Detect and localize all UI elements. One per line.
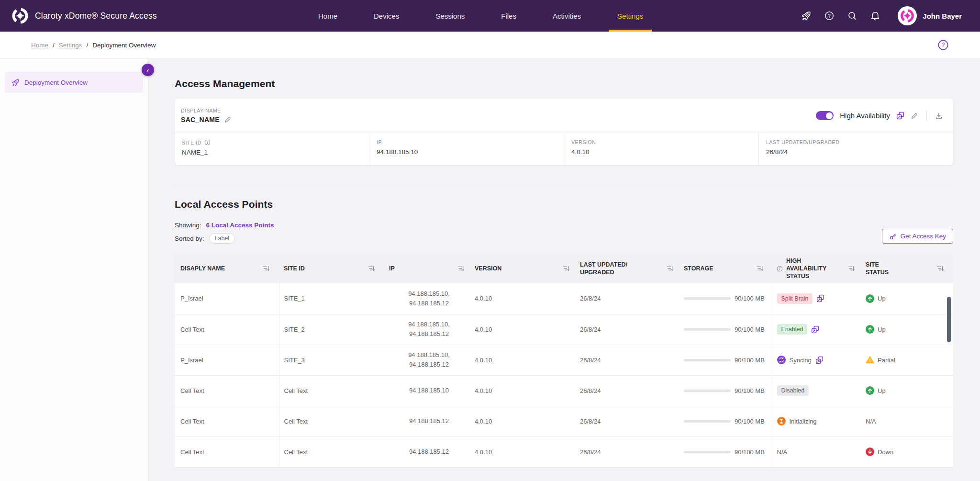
ha-pair-icon[interactable] [811, 325, 819, 334]
field-last-updated-upgraded: LAST UPDATED/UPGRADED26/8/24 [758, 133, 953, 165]
storage-bar [684, 420, 731, 423]
nav-item-devices[interactable]: Devices [374, 0, 399, 32]
cell-storage: 90/100 MB [683, 345, 773, 375]
sidebar-item-deployment-overview[interactable]: Deployment Overview [5, 72, 143, 93]
column-label: SITESTATUS [866, 261, 889, 277]
ha-status-badge: Split Brain [777, 293, 813, 304]
sort-icon[interactable] [667, 265, 673, 272]
column-header-ha-status[interactable]: HIGHAVAILABILITYSTATUS [773, 254, 864, 283]
storage-label: 90/100 MB [735, 295, 765, 302]
divider [926, 111, 927, 121]
column-label: LAST UPDATED/UPGRADED [580, 261, 627, 277]
table-scrollbar-thumb[interactable] [947, 297, 951, 342]
cell-ip: 94.188.185.10,94.188.185.12 [384, 283, 474, 314]
storage-bar [684, 390, 731, 392]
storage-label: 90/100 MB [735, 387, 765, 394]
edit-display-name-icon[interactable] [224, 116, 232, 123]
sidebar: Deployment Overview ‹ [0, 59, 148, 481]
ha-pair-icon[interactable] [815, 356, 824, 364]
table-body: P_IsraelSITE_194.188.185.10,94.188.185.1… [175, 283, 953, 467]
cell-last-updated: 26/8/24 [579, 406, 683, 436]
high-availability-toggle[interactable] [816, 111, 834, 120]
breadcrumb-home[interactable]: Home [31, 42, 48, 49]
sort-icon[interactable] [937, 265, 944, 272]
column-header-site-status[interactable]: SITESTATUS [864, 254, 953, 283]
up-status-icon [866, 386, 874, 395]
sort-chip-label[interactable]: Label [209, 233, 235, 244]
sort-icon[interactable] [757, 265, 763, 272]
avatar[interactable] [898, 6, 917, 25]
content: Deployment Overview ‹ Access Management … [0, 59, 980, 481]
rocket-icon[interactable] [801, 11, 812, 21]
cell-display-name: Cell Text [175, 314, 279, 345]
ha-pair-icon[interactable] [896, 112, 904, 120]
sidebar-collapse-button[interactable]: ‹ [142, 64, 154, 76]
page-help-icon[interactable]: ? [937, 39, 949, 51]
cell-last-updated: 26/8/24 [579, 314, 683, 345]
cell-last-updated: 26/8/24 [579, 345, 683, 375]
storage-label: 90/100 MB [735, 326, 765, 333]
column-header-version[interactable]: VERSION [474, 254, 579, 283]
column-header-ip[interactable]: IP [384, 254, 474, 283]
ha-status-badge: Enabled [777, 324, 808, 335]
edit-ha-icon[interactable] [911, 112, 918, 120]
cell-storage: 90/100 MB [683, 314, 773, 345]
storage-bar [684, 359, 731, 361]
sort-icon[interactable] [368, 265, 375, 272]
svg-text:?: ? [942, 42, 945, 48]
section-divider [175, 184, 953, 184]
field-value: 94.188.185.10 [377, 148, 564, 156]
info-icon[interactable] [777, 266, 783, 272]
sort-icon[interactable] [563, 265, 569, 272]
column-header-site-id[interactable]: SITE ID [279, 254, 384, 283]
sort-icon[interactable] [848, 265, 855, 272]
storage-bar [684, 451, 731, 453]
column-header-last-updated[interactable]: LAST UPDATED/UPGRADED [579, 254, 683, 283]
column-header-storage[interactable]: STORAGE [683, 254, 773, 283]
cell-version: 4.0.10 [474, 283, 579, 314]
table-row[interactable]: P_IsraelSITE_394.188.185.10,94.188.185.1… [175, 345, 953, 375]
cell-ip: 94.188.185.12 [384, 406, 474, 436]
key-icon [889, 233, 897, 240]
table-row[interactable]: Cell TextCell Text94.188.185.124.0.1026/… [175, 406, 953, 436]
sync-status-icon [777, 356, 786, 364]
search-icon[interactable] [847, 11, 858, 21]
nav-item-activities[interactable]: Activities [553, 0, 581, 32]
table-row[interactable]: P_IsraelSITE_194.188.185.10,94.188.185.1… [175, 283, 953, 314]
cell-site-status: Down [864, 436, 953, 467]
claroty-logo-icon [11, 7, 29, 24]
storage-label: 90/100 MB [735, 418, 765, 425]
ha-pair-icon[interactable] [816, 294, 824, 302]
info-icon[interactable] [204, 139, 211, 145]
rocket-icon [11, 78, 20, 87]
sort-icon[interactable] [263, 265, 269, 272]
get-access-key-button[interactable]: Get Access Key [882, 229, 953, 244]
nav-item-sessions[interactable]: Sessions [435, 0, 465, 32]
cell-site-status: N/A [864, 406, 953, 436]
nav-item-settings[interactable]: Settings [617, 0, 643, 32]
high-availability-label: High Availability [840, 112, 890, 120]
download-icon[interactable] [935, 112, 943, 120]
cell-version: 4.0.10 [474, 314, 579, 345]
column-header-display-name[interactable]: DISAPLY NAME [175, 254, 279, 283]
help-icon[interactable]: ? [824, 11, 835, 21]
notifications-icon[interactable] [870, 11, 880, 21]
table-row[interactable]: Cell TextCell Text94.188.185.104.0.1026/… [175, 375, 953, 406]
down-status-icon [866, 447, 874, 456]
cell-storage: 90/100 MB [683, 436, 773, 467]
nav-item-files[interactable]: Files [501, 0, 516, 32]
card-controls: High Availability [816, 111, 943, 121]
card-header: DISPLAY NAME SAC_NAME High Availability [175, 99, 953, 133]
local-access-points-title: Local Access Points [175, 199, 953, 210]
cell-site-id: SITE_2 [279, 314, 384, 345]
column-label: IP [389, 265, 395, 272]
ha-status-text: Syncing [790, 357, 812, 364]
showing-count-link[interactable]: 6 Local Access Points [206, 222, 274, 229]
table-row[interactable]: Cell TextSITE_294.188.185.10,94.188.185.… [175, 314, 953, 345]
cell-last-updated: 26/8/24 [579, 375, 683, 406]
sort-icon[interactable] [457, 265, 464, 272]
table-row[interactable]: Cell TextCell Text94.188.185.124.0.1026/… [175, 436, 953, 467]
breadcrumb-settings[interactable]: Settings [59, 42, 82, 49]
storage-bar [684, 297, 731, 300]
nav-item-home[interactable]: Home [318, 0, 337, 32]
